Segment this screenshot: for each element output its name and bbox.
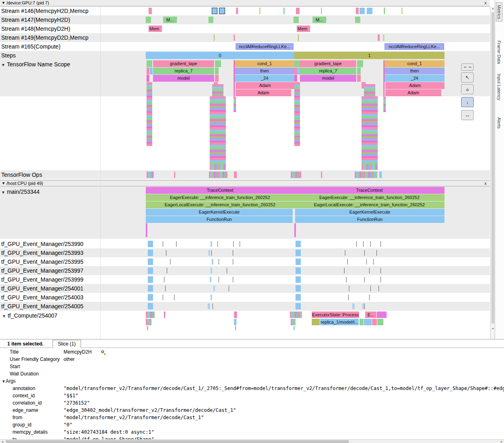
slice[interactable] bbox=[148, 303, 153, 309]
slice[interactable] bbox=[364, 319, 372, 325]
slice[interactable] bbox=[296, 267, 301, 274]
event-tick[interactable] bbox=[376, 250, 377, 256]
slice[interactable] bbox=[383, 34, 384, 41]
slice[interactable] bbox=[321, 8, 322, 14]
slice[interactable] bbox=[296, 241, 301, 247]
slice[interactable] bbox=[377, 319, 383, 325]
slice[interactable] bbox=[236, 8, 238, 14]
slice-stack[interactable] bbox=[291, 319, 296, 325]
slice[interactable] bbox=[236, 312, 237, 318]
slice[interactable] bbox=[294, 60, 300, 67]
slice-adam[interactable]: Adam bbox=[385, 89, 441, 96]
slice[interactable] bbox=[215, 68, 219, 74]
event-tick[interactable] bbox=[381, 277, 381, 282]
slice-nccl[interactable]: ncclAllReduceRingLLKe... bbox=[236, 43, 293, 50]
event-tick[interactable] bbox=[240, 241, 240, 247]
pan-tool-button[interactable]: ↔↕ bbox=[461, 84, 474, 94]
slice[interactable] bbox=[294, 68, 297, 74]
slice[interactable] bbox=[356, 8, 359, 14]
event-tick[interactable] bbox=[166, 250, 166, 256]
slice-replica[interactable]: replica_7 bbox=[300, 68, 356, 74]
slice[interactable] bbox=[147, 326, 148, 330]
slice[interactable] bbox=[296, 250, 301, 256]
event-tick[interactable] bbox=[233, 250, 233, 256]
slice[interactable] bbox=[296, 8, 300, 14]
timing-tool-button[interactable]: ↔ bbox=[461, 110, 474, 120]
zoom-tool-button[interactable]: ↓ bbox=[461, 97, 474, 107]
slice[interactable] bbox=[208, 250, 210, 256]
slice[interactable] bbox=[294, 75, 297, 82]
host-close-button[interactable]: x bbox=[485, 180, 487, 187]
slice-tracecontext[interactable]: TraceContext bbox=[146, 187, 294, 194]
slice[interactable] bbox=[234, 172, 237, 178]
slice[interactable] bbox=[212, 8, 217, 14]
slice[interactable] bbox=[147, 75, 149, 82]
slice-stack[interactable] bbox=[383, 97, 386, 112]
slice-nccl[interactable]: ncclAllReduceRingLLKe... bbox=[385, 43, 444, 50]
collapse-arrow-icon[interactable]: ▼ bbox=[1, 190, 5, 195]
slice[interactable] bbox=[296, 259, 301, 265]
slice[interactable] bbox=[150, 68, 153, 74]
select-tool-button[interactable]: ↖ bbox=[461, 72, 474, 83]
event-tick[interactable] bbox=[163, 241, 163, 247]
slice[interactable] bbox=[355, 17, 360, 23]
event-tick[interactable] bbox=[364, 250, 365, 256]
event-tick[interactable] bbox=[370, 241, 371, 247]
slice[interactable] bbox=[146, 17, 151, 23]
slice[interactable] bbox=[372, 319, 377, 325]
event-tick[interactable] bbox=[356, 241, 357, 247]
slice[interactable] bbox=[147, 68, 149, 74]
slice-executorstate[interactable]: ExecutorState::Process bbox=[312, 312, 359, 318]
slice-adam[interactable]: Adam bbox=[385, 82, 444, 89]
tab-input-latency[interactable]: Input Latency bbox=[497, 74, 502, 100]
slice-eagerexecute[interactable]: EagerExecute: __inference_train_function… bbox=[294, 194, 444, 201]
scroll-left-arrow[interactable]: ◂ bbox=[0, 440, 5, 443]
slice[interactable] bbox=[148, 241, 153, 247]
event-tick[interactable] bbox=[373, 259, 374, 265]
event-tick[interactable] bbox=[219, 259, 219, 265]
slice[interactable] bbox=[146, 223, 147, 237]
slice[interactable] bbox=[148, 267, 153, 274]
event-tick[interactable] bbox=[165, 286, 166, 291]
collapse-arrow-icon[interactable]: ▼ bbox=[2, 180, 5, 187]
event-tick[interactable] bbox=[164, 277, 164, 282]
slice-stack[interactable] bbox=[146, 312, 155, 318]
event-tick[interactable] bbox=[345, 250, 345, 256]
slice-stack[interactable] bbox=[290, 312, 302, 318]
slice[interactable] bbox=[208, 303, 210, 309]
slice-model[interactable]: model bbox=[300, 75, 356, 82]
slice-eagerexecute[interactable]: EagerExecute: __inference_train_function… bbox=[146, 194, 294, 201]
event-tick[interactable] bbox=[369, 268, 370, 273]
event-tick[interactable] bbox=[170, 259, 170, 265]
slice-then[interactable]: then bbox=[385, 68, 444, 74]
slice-then[interactable]: then bbox=[235, 68, 294, 74]
slice[interactable] bbox=[296, 276, 301, 283]
slice-stack[interactable] bbox=[147, 82, 152, 146]
event-tick[interactable] bbox=[381, 268, 381, 273]
slice-stack[interactable] bbox=[362, 164, 378, 170]
event-tick[interactable] bbox=[233, 277, 233, 282]
slice[interactable] bbox=[215, 60, 221, 67]
collapse-arrow-icon[interactable]: ▼ bbox=[1, 63, 5, 67]
slice[interactable] bbox=[352, 303, 355, 309]
event-tick[interactable] bbox=[379, 286, 379, 291]
slice-eagerkernelexecute[interactable]: EagerKernelExecute bbox=[146, 209, 293, 216]
slice-stack[interactable] bbox=[210, 164, 226, 170]
event-tick[interactable] bbox=[364, 277, 365, 282]
slice[interactable] bbox=[294, 223, 296, 237]
slice-executorstate-small[interactable]: E... bbox=[365, 312, 376, 318]
slice[interactable] bbox=[296, 294, 301, 301]
event-tick[interactable] bbox=[369, 295, 370, 300]
event-tick[interactable] bbox=[366, 259, 367, 265]
event-tick[interactable] bbox=[348, 295, 349, 300]
slice[interactable] bbox=[402, 8, 402, 14]
slice-functionrun[interactable]: FunctionRun bbox=[146, 216, 293, 223]
slice-adam[interactable]: Adam bbox=[236, 82, 294, 89]
step-slice-1[interactable]: 1 bbox=[294, 52, 444, 59]
slice[interactable] bbox=[164, 312, 165, 318]
slice[interactable] bbox=[293, 17, 299, 23]
collapse-arrow-icon[interactable]: ▼ bbox=[2, 0, 5, 6]
slice[interactable] bbox=[298, 34, 299, 41]
slice-stack[interactable] bbox=[364, 84, 375, 96]
event-tick[interactable] bbox=[211, 250, 212, 256]
